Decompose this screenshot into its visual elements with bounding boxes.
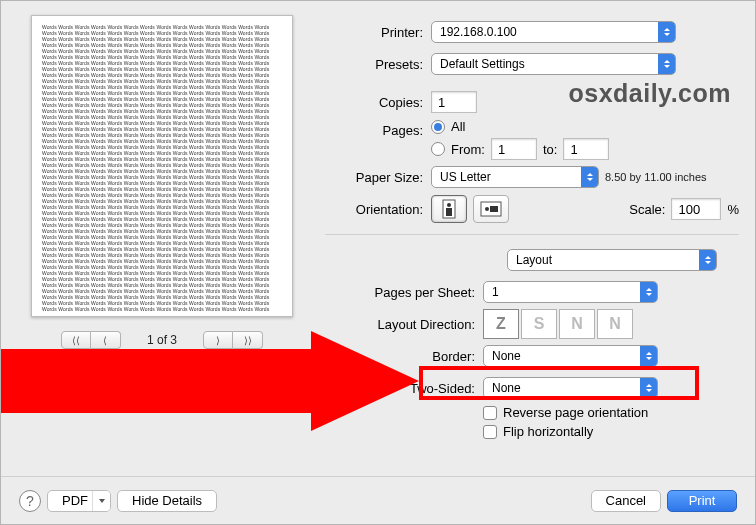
help-button[interactable]: ? (19, 490, 41, 512)
orientation-landscape-button[interactable] (473, 195, 509, 223)
bottom-toolbar: ? PDF Hide Details Cancel Print (1, 476, 755, 524)
border-select[interactable]: None (483, 345, 658, 367)
content-area: Words Words Words Words Words Words Word… (1, 1, 755, 441)
pages-from-input[interactable]: 1 (491, 138, 537, 160)
pages-to-input[interactable]: 1 (563, 138, 609, 160)
svg-rect-5 (490, 206, 498, 212)
pages-from-label: From: (451, 142, 485, 157)
print-button[interactable]: Print (667, 490, 737, 512)
pdf-menu-button[interactable]: PDF (47, 490, 111, 512)
svg-point-1 (447, 203, 451, 207)
page-thumbnail[interactable]: Words Words Words Words Words Words Word… (31, 15, 293, 317)
copies-input[interactable]: 1 (431, 91, 477, 113)
pages-to-label: to: (543, 142, 557, 157)
page-indicator: 1 of 3 (147, 333, 177, 347)
presets-label: Presets: (325, 57, 431, 72)
pages-range-radio[interactable] (431, 142, 445, 156)
paper-size-label: Paper Size: (325, 170, 431, 185)
pages-label: Pages: (325, 119, 431, 138)
hide-details-button[interactable]: Hide Details (117, 490, 217, 512)
pages-per-sheet-select[interactable]: 1 (483, 281, 658, 303)
orientation-label: Orientation: (325, 202, 431, 217)
layout-dir-1[interactable]: Z (483, 309, 519, 339)
section-select[interactable]: Layout (507, 249, 717, 271)
percent-label: % (727, 202, 739, 217)
pages-per-sheet-label: Pages per Sheet: (325, 285, 483, 300)
printer-select[interactable]: 192.168.0.100 (431, 21, 676, 43)
reverse-orientation-checkbox[interactable] (483, 406, 497, 420)
scale-input[interactable]: 100 (671, 198, 721, 220)
layout-dir-3[interactable]: N (559, 309, 595, 339)
cancel-button[interactable]: Cancel (591, 490, 661, 512)
svg-rect-3 (481, 202, 501, 216)
paper-size-select[interactable]: US Letter (431, 166, 599, 188)
layout-direction-label: Layout Direction: (325, 317, 483, 332)
two-sided-label: Two-Sided: (325, 381, 483, 396)
last-page-button[interactable]: ⟩⟩ (233, 331, 263, 349)
svg-rect-2 (446, 208, 452, 216)
layout-dir-2[interactable]: S (521, 309, 557, 339)
print-dialog: Words Words Words Words Words Words Word… (0, 0, 756, 525)
printer-label: Printer: (325, 25, 431, 40)
landscape-icon (480, 200, 502, 218)
flip-horizontally-label: Flip horizontally (503, 424, 593, 439)
pages-all-radio[interactable] (431, 120, 445, 134)
layout-dir-4[interactable]: N (597, 309, 633, 339)
next-page-button[interactable]: ⟩ (203, 331, 233, 349)
reverse-orientation-label: Reverse page orientation (503, 405, 648, 420)
paper-dimensions: 8.50 by 11.00 inches (605, 171, 707, 183)
flip-horizontally-checkbox[interactable] (483, 425, 497, 439)
svg-rect-0 (443, 200, 455, 218)
scale-label: Scale: (629, 202, 665, 217)
preview-pager: ⟨⟨ ⟨ 1 of 3 ⟩ ⟩⟩ (61, 331, 263, 349)
pages-all-label: All (451, 119, 465, 134)
copies-label: Copies: (325, 95, 431, 110)
layout-direction-group: Z S N N (483, 309, 633, 339)
two-sided-select[interactable]: None (483, 377, 658, 399)
divider (325, 234, 739, 235)
first-page-button[interactable]: ⟨⟨ (61, 331, 91, 349)
presets-select[interactable]: Default Settings (431, 53, 676, 75)
svg-point-4 (485, 207, 489, 211)
border-label: Border: (325, 349, 483, 364)
prev-page-button[interactable]: ⟨ (91, 331, 121, 349)
portrait-icon (440, 199, 458, 219)
orientation-portrait-button[interactable] (431, 195, 467, 223)
preview-column: Words Words Words Words Words Words Word… (17, 15, 307, 441)
watermark: osxdaily.com (568, 79, 731, 108)
